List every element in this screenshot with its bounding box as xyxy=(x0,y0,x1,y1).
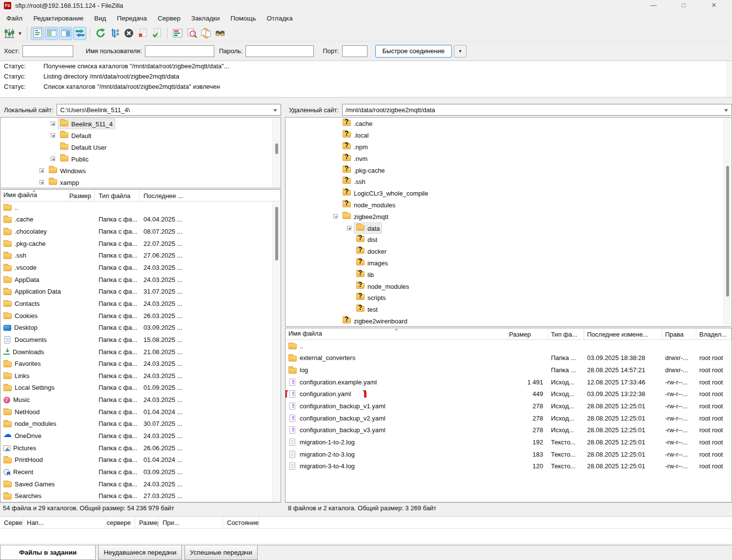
site-manager-dropdown[interactable]: ▼ xyxy=(16,27,24,40)
table-row[interactable]: Cookies Папка с фа... 26.03.2025 ... xyxy=(0,310,281,322)
table-row[interactable]: Pictures Папка с фа... 26.06.2025 ... xyxy=(0,442,281,454)
tree-item[interactable]: .npm xyxy=(285,141,732,153)
queue-column-header[interactable]: При... xyxy=(159,517,223,528)
refresh-button[interactable] xyxy=(94,27,107,40)
table-row[interactable]: Desktop Папка с фа... 03.09.2025 ... xyxy=(0,321,281,334)
tree-item[interactable]: test xyxy=(285,303,732,315)
tree-item[interactable]: Beelink_511_4 xyxy=(0,118,281,129)
table-row[interactable]: NetHood Папка с фа... 01.04.2024 ... xyxy=(0,406,281,418)
menu-item[interactable]: Вид xyxy=(89,15,111,22)
tree-expander[interactable] xyxy=(347,226,351,230)
scroll-thumb[interactable] xyxy=(275,207,278,260)
tree-expander[interactable] xyxy=(40,180,44,184)
tree-item[interactable]: zigbee2wirenboard xyxy=(285,315,732,327)
toggle-message-log-button[interactable] xyxy=(31,27,44,40)
column-header-owner[interactable]: Владел... xyxy=(696,328,732,340)
menu-item[interactable]: Редактирование xyxy=(28,15,89,22)
site-manager-button[interactable] xyxy=(2,27,16,40)
toggle-queue-processing-button[interactable] xyxy=(108,27,121,40)
tree-item[interactable]: images xyxy=(285,257,732,269)
table-row[interactable]: .. xyxy=(285,340,732,352)
tree-item[interactable]: xampp xyxy=(0,176,281,188)
remote-path-combo[interactable]: /mnt/data/root/zigbee2mqtt/data xyxy=(342,104,732,116)
tree-expander[interactable] xyxy=(40,168,44,173)
column-header-name[interactable]: Имя файла xyxy=(285,328,509,340)
table-row[interactable]: log Папка ... 28.08.2025 14:57:21 drwxr-… xyxy=(285,364,732,376)
tree-item[interactable]: scripts xyxy=(285,292,732,303)
tree-item[interactable]: .pkg-cache xyxy=(285,164,732,176)
scroll-thumb[interactable] xyxy=(726,166,729,297)
queue-column-header[interactable]: Размер xyxy=(135,517,159,528)
table-row[interactable]: .vscode Папка с фа... 24.03.2025 ... xyxy=(0,261,281,274)
remote-tree-scrollbar[interactable] xyxy=(723,118,731,326)
tree-item[interactable]: .ssh xyxy=(285,176,732,187)
menu-item[interactable]: Сервер xyxy=(152,15,186,22)
tree-item[interactable]: LogicCLr3_whole_compile xyxy=(285,187,732,199)
table-row[interactable]: .pkg-cache Папка с фа... 22.07.2025 ... xyxy=(0,238,281,250)
toggle-local-tree-button[interactable] xyxy=(45,27,58,40)
column-header-name[interactable]: Имя файла xyxy=(0,190,69,201)
tree-item[interactable]: node_modules xyxy=(285,280,732,292)
menu-item[interactable]: Файл xyxy=(1,15,28,22)
queue-tab[interactable]: Неудавшиеся передачи xyxy=(98,545,182,560)
tree-item[interactable]: Public xyxy=(0,153,281,164)
menu-item[interactable]: Закладки xyxy=(186,15,225,22)
minimize-button[interactable]: — xyxy=(638,0,669,11)
column-header-modified[interactable]: Последнее ... xyxy=(140,190,281,201)
queue-column-header[interactable]: Нап... xyxy=(23,517,106,528)
tree-item[interactable]: .cache xyxy=(285,118,732,129)
find-files-button[interactable] xyxy=(213,27,226,40)
tree-item[interactable]: dist xyxy=(285,234,732,245)
column-header-type[interactable]: Тип фа... xyxy=(548,328,584,340)
table-row[interactable]: Links Папка с фа... 24.03.2025 ... xyxy=(0,370,281,382)
table-row[interactable]: node_modules Папка с фа... 30.07.2025 ..… xyxy=(0,418,281,430)
quickconnect-button[interactable]: Быстрое соединение xyxy=(375,45,452,58)
scroll-thumb[interactable] xyxy=(275,143,278,154)
menu-item[interactable]: Отладка xyxy=(261,15,298,22)
password-input[interactable] xyxy=(245,45,314,57)
table-row[interactable]: configuration.example.yaml 1 491 Исход..… xyxy=(285,376,732,388)
table-row[interactable]: Saved Games Папка с фа... 24.03.2025 ... xyxy=(0,478,281,490)
queue-tab[interactable]: Файлы в задании xyxy=(0,545,96,560)
tree-item[interactable]: Default User xyxy=(0,141,281,153)
table-row[interactable]: PrintHood Папка с фа... 01.04.2024 ... xyxy=(0,454,281,466)
table-row[interactable]: migration-3-to-4.log 120 Тексто... 28.08… xyxy=(285,460,732,472)
queue-tab[interactable]: Успешные передачи xyxy=(184,545,258,560)
directory-comparison-button[interactable] xyxy=(171,27,184,40)
host-input[interactable] xyxy=(22,45,73,57)
tree-expander[interactable] xyxy=(51,133,55,138)
table-row[interactable]: Application Data Папка с фа... 31.07.202… xyxy=(0,285,281,298)
table-row[interactable]: configuration_backup_v1.yaml 278 Исход..… xyxy=(285,400,732,412)
reconnect-button[interactable] xyxy=(150,27,163,40)
tree-item[interactable]: node_modules xyxy=(285,199,732,211)
disconnect-button[interactable] xyxy=(136,27,149,40)
tree-expander[interactable] xyxy=(51,157,55,161)
menu-item[interactable]: Передача xyxy=(111,15,152,22)
port-input[interactable] xyxy=(342,45,367,57)
column-header-type[interactable]: Тип файла xyxy=(95,190,140,201)
table-row[interactable]: Documents Папка с фа... 15.08.2025 ... xyxy=(0,334,281,346)
queue-column-header[interactable]: Сервер/Локальны... xyxy=(0,517,23,528)
table-row[interactable]: .. xyxy=(0,201,281,214)
column-header-modified[interactable]: Последнее измене... xyxy=(584,328,662,340)
table-row[interactable]: Music Папка с фа... 24.03.2025 ... xyxy=(0,394,281,406)
table-row[interactable]: AppData Папка с фа... 24.03.2025 ... xyxy=(0,274,281,286)
tree-item[interactable]: zigbee2mqtt xyxy=(285,210,732,222)
table-row[interactable]: Contacts Папка с фа... 24.03.2025 ... xyxy=(0,298,281,310)
tree-item[interactable]: data xyxy=(285,222,732,234)
file-search-button[interactable] xyxy=(185,27,198,40)
maximize-button[interactable]: □ xyxy=(669,0,699,11)
table-row[interactable]: migration-1-to-2.log 192 Тексто... 28.08… xyxy=(285,436,732,448)
tree-expander[interactable] xyxy=(51,121,55,126)
tree-item[interactable]: .nvm xyxy=(285,152,732,164)
quickconnect-dropdown[interactable]: ▼ xyxy=(454,45,467,58)
table-row[interactable]: Local Settings Папка с фа... 01.09.2025 … xyxy=(0,382,281,394)
tree-item[interactable]: lib xyxy=(285,268,732,280)
tree-expander[interactable] xyxy=(333,214,338,219)
table-row[interactable]: Favorites Папка с фа... 24.03.2025 ... xyxy=(0,358,281,370)
tree-item[interactable]: Default xyxy=(0,129,281,141)
queue-column-header[interactable]: Состояние xyxy=(223,517,259,528)
tree-item[interactable]: Windows xyxy=(0,164,281,176)
column-header-size[interactable]: Размер xyxy=(69,190,95,201)
menu-item[interactable]: Помощь xyxy=(225,15,261,22)
